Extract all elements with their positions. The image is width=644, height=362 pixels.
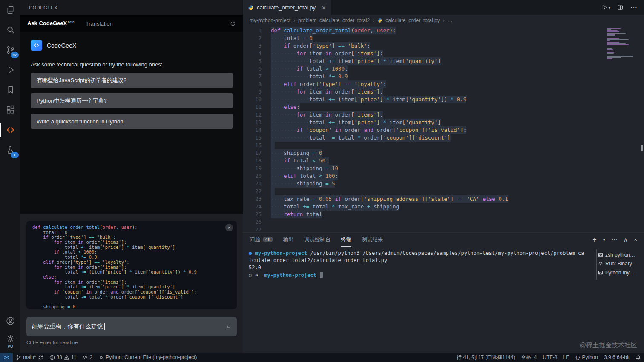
activity-testing[interactable]: 1 <box>0 140 20 160</box>
breadcrumb-item[interactable]: … <box>448 17 453 23</box>
activity-source-control[interactable]: 97 <box>0 40 20 60</box>
code-token: ] <box>377 111 380 118</box>
code-line-content: ····else: <box>271 103 300 111</box>
terminal[interactable]: ● my-python-project /usr/bin/python3 /Us… <box>243 247 598 353</box>
line-number: 3 <box>243 42 271 50</box>
activity-extensions[interactable] <box>0 100 20 120</box>
activity-accounts[interactable] <box>0 311 20 331</box>
prompt-hint: Ask some technical question or try the f… <box>31 61 233 68</box>
code-token: 0 <box>73 304 75 309</box>
minimap[interactable] <box>607 28 637 62</box>
code-token: += <box>325 96 338 103</box>
tab-translation[interactable]: Translation <box>86 20 113 27</box>
terminal-dropdown-icon[interactable]: ▾ <box>603 237 605 242</box>
code-token: tax_rate <box>338 203 364 210</box>
panel-tab-test-results[interactable]: 测试结果 <box>362 233 383 247</box>
interpreter-status[interactable]: 3.9.6 64-bit <box>601 353 632 362</box>
input-hint: Ctrl + Enter for new line <box>26 340 237 345</box>
eol-status[interactable]: LF <box>561 353 572 362</box>
code-editor[interactable]: 1def calculate_order_total(order, user):… <box>243 26 644 232</box>
code-line-content: else: <box>32 274 57 279</box>
code-token: 'coupon' <box>383 134 408 141</box>
term-icon <box>598 270 603 275</box>
code-token: item <box>309 88 322 95</box>
code-token: total <box>293 157 310 164</box>
code-token: = <box>300 35 310 41</box>
language-status[interactable]: {} Python <box>572 353 601 362</box>
terminal-scrollbar[interactable] <box>596 249 597 280</box>
split-editor-button[interactable] <box>617 4 624 11</box>
code-token: ···· <box>271 150 284 156</box>
line-number: 12 <box>243 111 271 119</box>
code-line-content: ········for item in order['items']: <box>271 111 383 119</box>
code-token: order <box>86 239 100 245</box>
more-actions-button[interactable]: ⋯ <box>630 3 637 11</box>
suggestion-button[interactable]: Python中怎样遍历一个字典? <box>31 93 233 108</box>
code-token: item <box>338 58 351 64</box>
more-actions-icon[interactable]: ⋯ <box>612 237 617 243</box>
python-launch-status[interactable]: Python: Current File (my-python-project) <box>95 353 200 362</box>
panel-tab-terminal[interactable]: 终端 <box>341 233 351 247</box>
code-block-card: × def calculate_order_total(order, user)… <box>26 221 237 309</box>
code-token: ···· <box>271 196 284 202</box>
branch-status[interactable]: main* <box>13 353 46 362</box>
code-line-content <box>271 188 275 195</box>
breadcrumb-item[interactable]: calculate_order_total.py <box>385 17 440 23</box>
code-token: order <box>300 81 316 87</box>
suggestion-button[interactable]: 有哪些给JavaScript的初学者的建议? <box>31 73 233 88</box>
maximize-panel-icon[interactable]: ∧ <box>624 237 628 243</box>
panel-tab-debug-console[interactable]: 调试控制台 <box>304 233 331 247</box>
code-token: [ <box>351 88 354 95</box>
activity-codegeex[interactable] <box>0 120 20 140</box>
ports-status[interactable]: 2 <box>80 353 96 362</box>
new-terminal-button[interactable]: + <box>592 236 597 244</box>
suggestion-button[interactable]: Write a quicksort function in Python. <box>31 114 233 129</box>
code-line-content: for item in order['items']: <box>32 239 126 245</box>
activity-bar: 971 PU <box>0 0 20 353</box>
remote-indicator[interactable]: >< <box>0 353 13 362</box>
breadcrumb-item[interactable]: problem_calculate_order_total2 <box>298 17 370 23</box>
minimap-line <box>607 42 619 43</box>
code-line-content: def calculate_order_total(order, user): <box>271 27 396 34</box>
line-number: 8 <box>243 80 271 88</box>
activity-search[interactable] <box>0 20 20 40</box>
statusbar-spacer <box>200 353 454 362</box>
close-icon[interactable]: × <box>225 224 233 231</box>
code-line: 27 <box>243 226 644 232</box>
code-token: for <box>54 239 65 245</box>
run-button[interactable]: ▾ <box>601 4 610 11</box>
code-line-content: elif order['type'] == 'loyalty': <box>32 259 129 265</box>
code-token: : <box>113 234 116 239</box>
notifications-button[interactable] <box>632 353 644 362</box>
terminal-process-item[interactable]: Run: Binary… <box>598 259 644 268</box>
code-token: , <box>116 225 121 230</box>
indent-status[interactable]: 空格: 4 <box>518 353 540 362</box>
activity-run-debug[interactable] <box>0 60 20 80</box>
close-icon[interactable]: × <box>322 4 326 11</box>
panel-tab-output[interactable]: 输出 <box>283 233 294 247</box>
activity-settings[interactable]: PU <box>0 331 20 351</box>
breadcrumb-item[interactable]: my-python-project <box>250 17 290 23</box>
chat-input[interactable]: 如果要重构，你有什么建议 <box>26 317 237 336</box>
ports-count: 2 <box>90 354 93 360</box>
close-panel-icon[interactable]: × <box>634 237 637 243</box>
overview-ruler-mark <box>641 145 643 151</box>
panel-tab-problems[interactable]: 问题46 <box>250 233 273 247</box>
encoding-status[interactable]: UTF-8 <box>540 353 561 362</box>
refresh-icon[interactable] <box>230 20 236 27</box>
code-token: -= <box>78 294 89 299</box>
activity-explorer[interactable] <box>0 0 20 20</box>
terminal-process-item[interactable]: zsh python… <box>598 250 644 259</box>
tab-ask-codegeex[interactable]: Ask CodeGeeXbeta <box>27 20 75 26</box>
chevron-right-icon: › <box>293 17 295 23</box>
problems-status[interactable]: 33 11 <box>46 353 80 362</box>
activity-bookmarks[interactable] <box>0 80 20 100</box>
gear-icon <box>598 261 603 266</box>
code-token: 0 <box>65 230 67 235</box>
code-token: * <box>380 119 390 125</box>
editor-tab[interactable]: calculate_order_total.py × <box>243 0 331 15</box>
enter-icon[interactable] <box>224 323 232 331</box>
cursor-position-status[interactable]: 行 41, 列 17 (已选择1144) <box>454 353 518 362</box>
code-token: : <box>325 157 329 164</box>
terminal-process-item[interactable]: Python my… <box>598 268 644 277</box>
